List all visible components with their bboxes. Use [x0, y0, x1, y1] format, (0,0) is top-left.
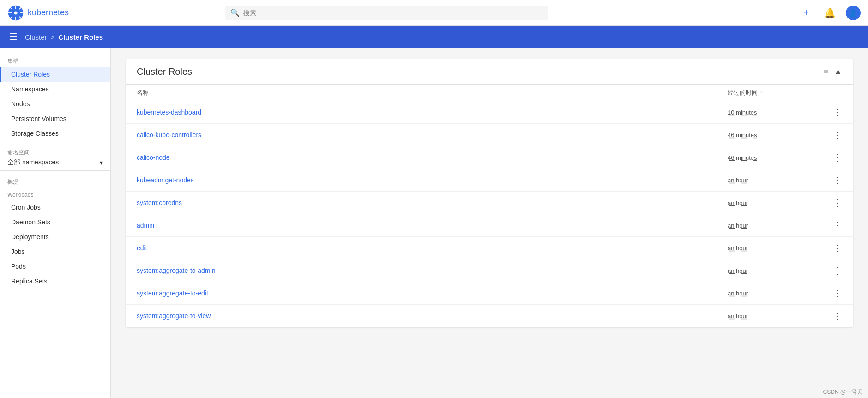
sidebar-item-storage-classes[interactable]: Storage Classes	[0, 126, 110, 141]
sort-icon[interactable]: ↑	[760, 89, 763, 96]
filter-icon[interactable]: ≡	[824, 67, 829, 77]
row-name-6[interactable]: edit	[137, 244, 728, 252]
table-row: admin an hour ⋮	[126, 214, 853, 237]
row-menu-2[interactable]: ⋮	[820, 152, 842, 163]
layout: 集群 Cluster Roles Namespaces Nodes Persis…	[0, 48, 868, 398]
col-time-header: 经过的时间 ↑	[728, 89, 820, 97]
row-name-8[interactable]: system:aggregate-to-edit	[137, 289, 728, 297]
content-card: Cluster Roles ≡ ▲ 名称 经过的时间 ↑ kubernetes-…	[126, 59, 853, 327]
kubernetes-logo-icon	[7, 5, 24, 21]
table-row: system:aggregate-to-admin an hour ⋮	[126, 259, 853, 282]
card-header: Cluster Roles ≡ ▲	[126, 59, 853, 85]
namespace-select[interactable]: 全部 namespaces ▾	[7, 158, 103, 167]
row-time-5: an hour	[728, 222, 820, 229]
row-time-6: an hour	[728, 245, 820, 252]
sidebar-item-label: Storage Classes	[11, 130, 59, 137]
hamburger-icon[interactable]: ☰	[9, 31, 18, 42]
cluster-section-label: 集群	[0, 54, 110, 67]
row-time-8: an hour	[728, 290, 820, 297]
main-content: Cluster Roles ≡ ▲ 名称 经过的时间 ↑ kubernetes-…	[111, 48, 868, 398]
row-menu-4[interactable]: ⋮	[820, 197, 842, 208]
sidebar-item-daemon-sets[interactable]: Daemon Sets	[0, 215, 110, 229]
add-button[interactable]: +	[798, 5, 814, 21]
avatar[interactable]: 👤	[846, 6, 861, 20]
collapse-icon[interactable]: ▲	[834, 67, 842, 77]
row-time-7: an hour	[728, 267, 820, 274]
card-title: Cluster Roles	[137, 66, 824, 77]
logo-area: kubernetes	[7, 5, 100, 21]
sidebar: 集群 Cluster Roles Namespaces Nodes Persis…	[0, 48, 111, 398]
row-time-2: 46 minutes	[728, 154, 820, 161]
breadcrumb-current: Cluster Roles	[58, 33, 103, 41]
row-name-4[interactable]: system:coredns	[137, 199, 728, 206]
col-name-header: 名称	[137, 89, 728, 97]
sidebar-item-label: Replica Sets	[11, 277, 48, 285]
namespace-value: 全部 namespaces	[7, 158, 59, 167]
sidebar-item-nodes[interactable]: Nodes	[0, 96, 110, 111]
table-row: calico-node 46 minutes ⋮	[126, 146, 853, 169]
sidebar-item-namespaces[interactable]: Namespaces	[0, 82, 110, 96]
sidebar-item-cron-jobs[interactable]: Cron Jobs	[0, 200, 110, 215]
overview-label: 概况	[0, 175, 110, 188]
row-menu-7[interactable]: ⋮	[820, 265, 842, 276]
namespace-section-label: 命名空间	[7, 149, 103, 157]
sidebar-item-jobs[interactable]: Jobs	[0, 244, 110, 259]
breadcrumb-bar: ☰ Cluster > Cluster Roles	[0, 26, 868, 48]
table-body: kubernetes-dashboard 10 minutes ⋮ calico…	[126, 101, 853, 327]
row-time-0: 10 minutes	[728, 109, 820, 116]
bottom-bar-text: CSDN @一号丢	[823, 389, 862, 395]
bottom-bar: CSDN @一号丢	[817, 386, 868, 398]
sidebar-item-label: Jobs	[11, 248, 25, 255]
row-name-2[interactable]: calico-node	[137, 154, 728, 161]
table-header: 名称 经过的时间 ↑	[126, 85, 853, 101]
row-menu-6[interactable]: ⋮	[820, 242, 842, 253]
table-row: system:aggregate-to-view an hour ⋮	[126, 305, 853, 327]
table-row: kubeadm:get-nodes an hour ⋮	[126, 169, 853, 192]
sidebar-item-label: Nodes	[11, 100, 30, 108]
chevron-down-icon: ▾	[100, 159, 103, 166]
header-actions: ≡ ▲	[824, 67, 842, 77]
notification-button[interactable]: 🔔	[822, 5, 838, 21]
row-name-0[interactable]: kubernetes-dashboard	[137, 109, 728, 116]
sidebar-item-label: Cron Jobs	[11, 204, 41, 211]
search-input[interactable]	[243, 9, 542, 17]
row-menu-8[interactable]: ⋮	[820, 288, 842, 299]
row-name-3[interactable]: kubeadm:get-nodes	[137, 176, 728, 184]
sidebar-item-label: Persistent Volumes	[11, 115, 66, 122]
sidebar-item-pods[interactable]: Pods	[0, 259, 110, 274]
row-name-9[interactable]: system:aggregate-to-view	[137, 312, 728, 320]
sidebar-item-label: Cluster Roles	[11, 71, 50, 78]
row-name-1[interactable]: calico-kube-controllers	[137, 131, 728, 139]
nav-actions: + 🔔 👤	[798, 5, 861, 21]
sidebar-item-deployments[interactable]: Deployments	[0, 229, 110, 244]
sidebar-item-label: Pods	[11, 263, 26, 270]
sidebar-item-label: Namespaces	[11, 85, 49, 93]
table-row: system:aggregate-to-edit an hour ⋮	[126, 282, 853, 305]
row-time-9: an hour	[728, 313, 820, 320]
breadcrumb-separator: >	[51, 33, 55, 41]
row-menu-9[interactable]: ⋮	[820, 310, 842, 321]
table-row: calico-kube-controllers 46 minutes ⋮	[126, 124, 853, 146]
sidebar-item-label: Deployments	[11, 233, 49, 241]
app-name: kubernetes	[28, 8, 69, 18]
breadcrumb-cluster[interactable]: Cluster	[25, 33, 47, 41]
sidebar-item-label: Daemon Sets	[11, 218, 50, 226]
row-time-4: an hour	[728, 199, 820, 206]
namespace-section: 命名空间 全部 namespaces ▾	[0, 145, 110, 171]
sidebar-item-persistent-volumes[interactable]: Persistent Volumes	[0, 111, 110, 126]
row-menu-1[interactable]: ⋮	[820, 129, 842, 140]
row-menu-5[interactable]: ⋮	[820, 220, 842, 231]
row-menu-3[interactable]: ⋮	[820, 175, 842, 186]
row-name-5[interactable]: admin	[137, 222, 728, 229]
search-bar[interactable]: 🔍	[225, 6, 548, 20]
search-icon: 🔍	[230, 8, 240, 17]
workloads-label: Workloads	[0, 188, 110, 200]
row-time-1: 46 minutes	[728, 132, 820, 139]
svg-point-1	[14, 11, 17, 14]
row-time-3: an hour	[728, 177, 820, 184]
sidebar-item-cluster-roles[interactable]: Cluster Roles	[0, 67, 110, 82]
sidebar-item-replica-sets[interactable]: Replica Sets	[0, 274, 110, 289]
row-name-7[interactable]: system:aggregate-to-admin	[137, 267, 728, 274]
row-menu-0[interactable]: ⋮	[820, 107, 842, 118]
table-row: kubernetes-dashboard 10 minutes ⋮	[126, 101, 853, 124]
